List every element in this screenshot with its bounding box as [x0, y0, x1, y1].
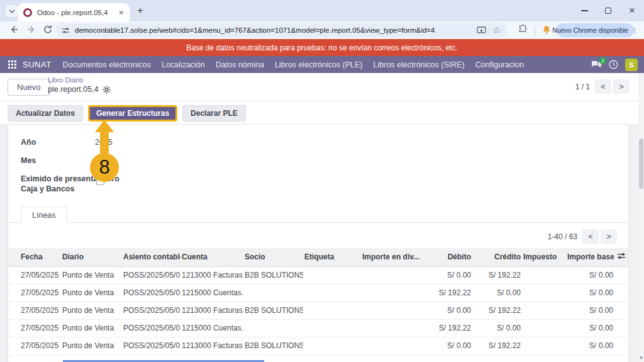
reload-icon[interactable] [43, 25, 53, 35]
scrollbar-thumb[interactable] [639, 139, 643, 189]
cell-cuenta[interactable]: 1215000 Cuentas... [180, 284, 243, 302]
cell-diario[interactable]: Punto de Venta [61, 284, 122, 302]
actualizar-datos-button[interactable]: Actualizar Datos [8, 105, 83, 122]
col-socio[interactable]: Socio [243, 248, 303, 266]
cell-impuesto[interactable] [522, 302, 566, 319]
cell-impuesto[interactable] [522, 284, 566, 302]
cell-credito[interactable]: S/ 192.22 [472, 302, 522, 319]
chat-button[interactable]: 2 [591, 60, 602, 69]
cell-credito[interactable]: S/ 0.00 [472, 284, 522, 302]
cell-diario[interactable]: Punto de Venta [61, 266, 122, 284]
cell-asiento[interactable]: POSS/2025/05/0... [122, 284, 180, 302]
activity-clock-icon[interactable] [609, 60, 618, 69]
new-tab-button[interactable]: + [137, 5, 143, 16]
table-row[interactable]: 27/05/2025 Punto de Venta POSS/2025/05/0… [8, 266, 628, 284]
col-credito[interactable]: Crédito [472, 248, 522, 266]
new-record-button[interactable]: Nuevo [8, 79, 50, 96]
cell-fecha[interactable]: 27/05/2025 [8, 319, 61, 337]
cell-fecha[interactable]: 27/05/2025 [8, 302, 61, 319]
cell-importe-div[interactable] [358, 284, 421, 302]
cell-cuenta[interactable]: 1213000 Facturas... [180, 266, 243, 284]
chrome-update-button[interactable]: Nuevo Chrome disponible ⋮ [556, 23, 634, 37]
cell-debito[interactable]: S/ 192.22 [421, 319, 472, 337]
cell-impuesto[interactable] [522, 266, 566, 284]
cell-diario[interactable]: Punto de Venta [61, 302, 122, 319]
cell-cuenta[interactable]: 1213000 Facturas... [180, 337, 243, 354]
cell-importe-div[interactable] [358, 337, 421, 354]
minimize-button[interactable] [572, 0, 596, 21]
cell-etiqueta[interactable] [303, 302, 358, 319]
cell-debito[interactable]: S/ 192.22 [421, 284, 472, 302]
menu-libros-sire[interactable]: Libros electrónicos (SIRE) [374, 60, 465, 69]
cell-etiqueta[interactable] [303, 266, 358, 284]
cell-socio[interactable]: B2B SOLUTIONS ... [243, 337, 303, 354]
tab-search-button[interactable] [6, 5, 18, 17]
cell-importe-div[interactable] [358, 319, 421, 337]
table-row[interactable]: 27/05/2025 Punto de Venta POSS/2025/05/0… [8, 337, 628, 354]
declarar-ple-button[interactable]: Declarar PLE [182, 105, 246, 122]
extensions-icon[interactable] [518, 25, 528, 34]
restore-button[interactable] [596, 0, 620, 21]
pager-previous-button[interactable]: < [595, 79, 611, 94]
cell-fecha[interactable]: 27/05/2025 [8, 284, 61, 302]
cell-debito[interactable]: S/ 0.00 [421, 266, 472, 284]
vertical-scrollbar[interactable]: ▼ [638, 73, 644, 362]
cell-credito[interactable]: S/ 192.22 [472, 337, 522, 354]
table-row[interactable]: 27/05/2025 Punto de Venta POSS/2025/05/0… [8, 284, 628, 302]
cell-debito[interactable]: S/ 0.00 [421, 302, 472, 319]
col-impuesto[interactable]: Impuesto [522, 248, 566, 266]
address-bar[interactable]: democontable17.solse.pe/web#cids=1&menu_… [55, 23, 507, 37]
notification-bell-icon[interactable] [542, 25, 551, 35]
close-button[interactable]: × [620, 0, 644, 21]
cell-importe-base[interactable]: S/ 0.00 [566, 266, 614, 284]
pager-next-button[interactable]: > [613, 79, 630, 94]
table-row[interactable]: 27/05/2025 Punto de Venta POSS/2025/05/0… [8, 302, 628, 319]
cell-asiento[interactable]: POSS/2025/05/0... [122, 337, 180, 354]
cell-importe-div[interactable] [358, 266, 421, 284]
lines-previous-button[interactable]: < [582, 229, 599, 244]
cell-credito[interactable]: S/ 192.22 [472, 266, 522, 284]
cell-asiento[interactable]: POSS/2025/05/0... [122, 266, 180, 284]
url-text[interactable]: democontable17.solse.pe/web#cids=1&menu_… [75, 26, 470, 34]
tab-close-icon[interactable]: × [119, 8, 124, 17]
cell-diario[interactable]: Punto de Venta [61, 319, 122, 337]
cell-diario[interactable]: Punto de Venta [61, 337, 122, 354]
cell-importe-div[interactable] [358, 302, 421, 319]
more-menu-icon[interactable]: ⋮ [631, 26, 638, 34]
optional-columns-button[interactable] [614, 248, 628, 266]
col-etiqueta[interactable]: Etiqueta [303, 248, 358, 266]
user-avatar[interactable]: S [625, 59, 638, 71]
cell-debito[interactable]: S/ 0.00 [421, 337, 472, 354]
browser-tab[interactable]: Odoo - ple.report.05,4 × [18, 3, 130, 21]
tab-lineas[interactable]: Líneas [21, 206, 67, 223]
cell-impuesto[interactable] [522, 337, 566, 354]
menu-datos-nomina[interactable]: Datos nómina [216, 60, 264, 69]
col-cuenta[interactable]: Cuenta [180, 248, 243, 266]
col-importe-base[interactable]: Importe base [566, 248, 614, 266]
forward-icon[interactable] [26, 25, 36, 35]
table-row[interactable]: 27/05/2025 Punto de Venta POSS/2025/05/0… [8, 319, 628, 337]
cell-socio[interactable]: B2B SOLUTIONS ... [243, 266, 303, 284]
col-fecha[interactable]: Fecha [8, 248, 61, 266]
app-brand[interactable]: SUNAT [23, 60, 52, 69]
cell-socio[interactable] [243, 319, 303, 337]
cell-fecha[interactable]: 27/05/2025 [8, 337, 61, 354]
gear-icon[interactable] [103, 86, 111, 94]
scroll-down-icon[interactable]: ▼ [638, 355, 644, 361]
cell-socio[interactable] [243, 284, 303, 302]
cell-etiqueta[interactable] [303, 337, 358, 354]
cell-impuesto[interactable] [522, 319, 566, 337]
cell-importe-base[interactable]: S/ 0.00 [566, 302, 614, 319]
apps-grid-icon[interactable] [8, 60, 16, 69]
cell-asiento[interactable]: POSS/2025/05/0... [122, 319, 180, 337]
cell-asiento[interactable]: POSS/2025/05/0... [122, 302, 180, 319]
menu-configuracion[interactable]: Configuracion [475, 60, 524, 69]
cell-socio[interactable]: B2B SOLUTIONS ... [243, 302, 303, 319]
breadcrumb-parent[interactable]: Libro Diario [48, 76, 111, 84]
cell-cuenta[interactable]: 1215000 Cuentas... [180, 319, 243, 337]
cell-fecha[interactable]: 27/05/2025 [8, 266, 61, 284]
install-icon[interactable] [477, 26, 486, 35]
cell-cuenta[interactable]: 1213000 Facturas... [180, 302, 243, 319]
site-settings-icon[interactable] [62, 26, 70, 35]
menu-libros-ple[interactable]: Libros electrónicos (PLE) [275, 60, 363, 69]
